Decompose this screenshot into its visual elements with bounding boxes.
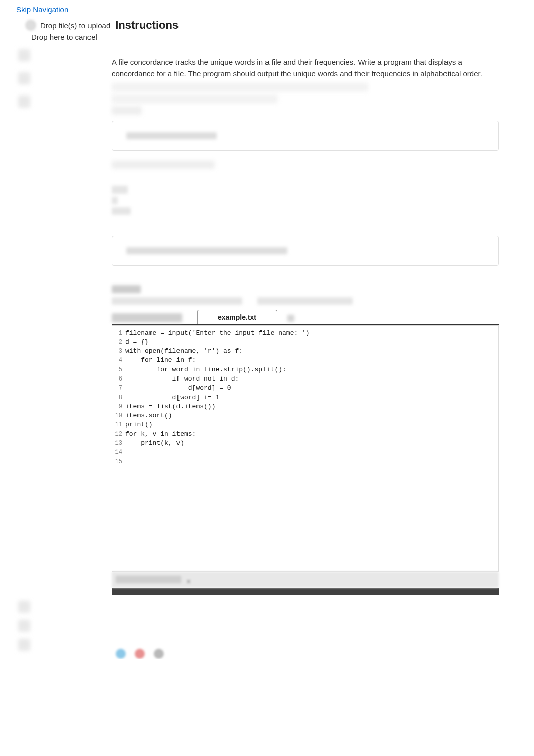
grading-right — [257, 297, 353, 305]
header-row: Drop file(s) to upload Instructions — [0, 19, 534, 32]
grading-left — [112, 297, 242, 305]
code-line: 5 for word in line.strip().split(): — [112, 365, 498, 374]
sidebar-item-3[interactable] — [18, 96, 30, 108]
grading-row — [112, 297, 499, 305]
code-line: 10items.sort() — [112, 411, 498, 420]
upload-cancel-text: Drop here to cancel — [0, 33, 534, 41]
code-line: 14 — [112, 448, 498, 457]
status-icon-row — [116, 649, 499, 659]
tab-example-txt[interactable]: example.txt — [197, 310, 277, 324]
terminal-output[interactable] — [112, 588, 499, 595]
code-line: 15 — [112, 457, 498, 466]
app-logo — [25, 20, 36, 31]
upload-drop-text: Drop file(s) to upload — [40, 21, 110, 30]
blurred-text-line — [112, 161, 215, 169]
blurred-word — [112, 197, 118, 204]
code-line: 6 if word not in d: — [112, 374, 498, 384]
terminal-tab-bar: × — [112, 572, 499, 588]
code-line: 8 d[word] += 1 — [112, 393, 498, 402]
code-line: 7 d[word] = 0 — [112, 384, 498, 393]
blurred-word — [112, 186, 128, 194]
code-line: 2d = {} — [112, 338, 498, 347]
page-title: Instructions — [115, 19, 179, 32]
code-editor[interactable]: 1filename = input('Enter the input file … — [112, 325, 499, 572]
example-code-box-2 — [112, 236, 499, 266]
status-icon-info[interactable] — [116, 649, 126, 659]
blurred-code-content — [126, 247, 287, 254]
code-line: 11print() — [112, 420, 498, 429]
skip-navigation-link[interactable]: Skip Navigation — [0, 0, 84, 19]
terminal-close-icon[interactable]: × — [186, 577, 191, 582]
sidebar-item-1[interactable] — [18, 49, 30, 61]
main-content: A file concordance tracks the unique wor… — [112, 56, 499, 659]
example-code-box-1 — [112, 121, 499, 151]
sidebar-nav — [18, 49, 30, 108]
code-line: 4 for line in f: — [112, 356, 498, 365]
blurred-text-line — [112, 83, 368, 91]
instructions-paragraph: A file concordance tracks the unique wor… — [112, 56, 499, 80]
code-line: 13 print(k, v) — [112, 439, 498, 448]
sidebar-bottom-item-3[interactable] — [18, 639, 30, 651]
file-tab-bar: example.txt — [112, 310, 499, 325]
blurred-text-line — [112, 94, 278, 103]
status-icon-error[interactable] — [135, 649, 145, 659]
tab-hidden-left[interactable] — [112, 313, 182, 322]
tab-add-icon[interactable] — [287, 315, 294, 322]
sidebar-bottom-nav — [18, 601, 30, 651]
blurred-label — [112, 106, 142, 115]
terminal-tab[interactable] — [116, 576, 181, 583]
status-icon-settings[interactable] — [154, 649, 164, 659]
grading-heading — [112, 285, 141, 293]
sidebar-bottom-item-2[interactable] — [18, 620, 30, 632]
sidebar-bottom-item-1[interactable] — [18, 601, 30, 613]
code-line: 12for k, v in items: — [112, 430, 498, 439]
code-line: 9items = list(d.items()) — [112, 402, 498, 411]
blurred-code-content — [126, 132, 217, 139]
code-line: 3with open(filename, 'r') as f: — [112, 347, 498, 356]
code-line: 1filename = input('Enter the input file … — [112, 329, 498, 338]
sidebar-item-2[interactable] — [18, 72, 30, 84]
blurred-word — [112, 207, 131, 215]
